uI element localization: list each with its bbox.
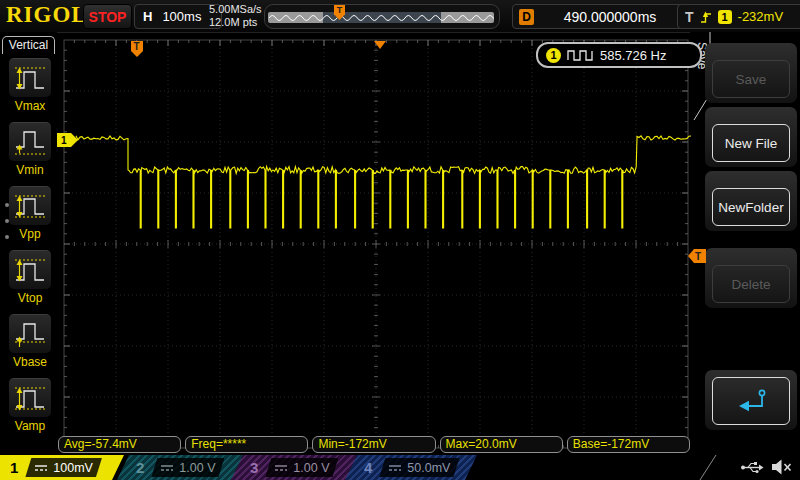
menu-item-label: Vmax xyxy=(9,99,51,113)
menu-item-vbase[interactable]: Vbase xyxy=(9,314,51,369)
channel-status-bar: 1 100mV 2 1.00 V 3 xyxy=(0,455,800,480)
channel-number: 4 xyxy=(364,459,372,476)
menu-title: Vertical xyxy=(2,36,55,54)
menu-item-label: Vmin xyxy=(9,163,51,177)
rising-edge-icon xyxy=(700,10,712,24)
channel-number: 3 xyxy=(250,459,258,476)
horizontal-label: H xyxy=(143,9,152,24)
delete-button[interactable]: Delete xyxy=(705,248,797,308)
channel-3-indicator: 3 1.00 V xyxy=(231,455,363,480)
button-label: New File xyxy=(725,136,778,151)
top-status-bar: RIGOL STOP H 100ms 5.00MSa/s 12.0M pts T… xyxy=(0,0,800,33)
scope-graticule: 1TT xyxy=(57,32,707,456)
trigger-source-badge: 1 xyxy=(718,10,732,24)
counter-frequency-value: 585.726 Hz xyxy=(600,48,667,63)
frequency-counter: 1 585.726 Hz xyxy=(536,42,702,68)
menu-item-label: Vpp xyxy=(9,227,51,241)
svg-text:T: T xyxy=(695,251,701,262)
channel-scale: 100mV xyxy=(53,461,93,475)
button-label: Delete xyxy=(731,277,770,292)
channel-number: 2 xyxy=(136,459,144,476)
vpp-icon xyxy=(13,190,47,222)
measurement-avg: Avg=-57.4mV xyxy=(58,436,181,453)
counter-channel-badge: 1 xyxy=(546,48,561,63)
measurement-results-row: Avg=-57.4mV Freq=***** Min=-172mV Max=20… xyxy=(58,436,690,453)
channel-1-indicator: 1 100mV xyxy=(0,455,124,480)
sample-rate: 5.00MSa/s xyxy=(209,3,262,16)
trigger-box: T 1 -232mV xyxy=(677,4,800,29)
menu-item-vamp[interactable]: Vamp xyxy=(9,378,51,433)
left-soft-menu: Vertical Vmax Vmin xyxy=(0,32,57,455)
dc-coupling-icon xyxy=(388,463,402,473)
new-file-button[interactable]: New File xyxy=(705,107,797,167)
vamp-icon xyxy=(13,382,47,414)
channel-scale: 50.0mV xyxy=(407,461,450,475)
menu-item-vtop[interactable]: Vtop xyxy=(9,250,51,305)
dc-coupling-icon xyxy=(274,463,288,473)
horizontal-scale-value: 100ms xyxy=(162,9,201,24)
menu-item-label: Vbase xyxy=(9,355,51,369)
button-label: Save xyxy=(736,72,767,87)
button-label: NewFolder xyxy=(718,200,783,215)
menu-item-vmax[interactable]: Vmax xyxy=(9,58,51,113)
channel-4-indicator: 4 50.0mV xyxy=(345,455,477,480)
svg-text:T: T xyxy=(134,41,140,52)
rigol-logo: RIGOL xyxy=(6,2,88,28)
delay-value: 490.000000ms xyxy=(544,9,676,25)
channel-2-indicator: 2 1.00 V xyxy=(117,455,249,480)
delay-label: D xyxy=(519,9,534,25)
channel-scale: 1.00 V xyxy=(179,461,215,475)
page-dot xyxy=(5,219,9,223)
ch1-waveform xyxy=(76,136,691,228)
measurement-base: Base=-172mV xyxy=(567,436,690,453)
return-button[interactable] xyxy=(705,370,797,430)
save-button[interactable]: Save xyxy=(705,43,797,103)
square-wave-icon xyxy=(567,49,594,61)
acquisition-info: 5.00MSa/s 12.0M pts xyxy=(209,3,262,29)
svg-text:1: 1 xyxy=(61,135,67,146)
dc-coupling-icon xyxy=(34,463,48,473)
page-dot xyxy=(5,235,9,239)
speaker-muted-icon xyxy=(771,458,793,476)
memory-position-bar: T xyxy=(264,4,500,29)
status-divider xyxy=(697,455,719,480)
new-folder-button[interactable]: NewFolder xyxy=(705,171,797,231)
menu-item-label: Vamp xyxy=(9,419,51,433)
menu-item-vmin[interactable]: Vmin xyxy=(9,122,51,177)
vtop-icon xyxy=(13,254,47,286)
page-dot xyxy=(5,203,9,207)
channel-number: 1 xyxy=(10,459,18,476)
trigger-label: T xyxy=(685,9,694,25)
measurement-min: Min=-172mV xyxy=(312,436,435,453)
usb-icon xyxy=(740,459,764,475)
trigger-level-value: -232mV xyxy=(738,9,784,24)
memory-depth: 12.0M pts xyxy=(209,16,262,29)
menu-item-vpp[interactable]: Vpp xyxy=(9,186,51,241)
vmin-icon xyxy=(13,126,47,158)
measurement-max: Max=20.0mV xyxy=(440,436,563,453)
vbase-icon xyxy=(13,318,47,350)
return-arrow-icon xyxy=(730,387,772,415)
delay-box: D 490.000000ms xyxy=(512,4,683,29)
run-state-indicator: STOP xyxy=(83,4,132,29)
memory-waveform-icon xyxy=(268,12,494,23)
channel-scale: 1.00 V xyxy=(293,461,329,475)
measurement-freq: Freq=***** xyxy=(185,436,308,453)
vmax-icon xyxy=(13,62,47,94)
dc-coupling-icon xyxy=(160,463,174,473)
menu-item-label: Vtop xyxy=(9,291,51,305)
oscilloscope-screen: RIGOL STOP H 100ms 5.00MSa/s 12.0M pts T… xyxy=(0,0,800,480)
